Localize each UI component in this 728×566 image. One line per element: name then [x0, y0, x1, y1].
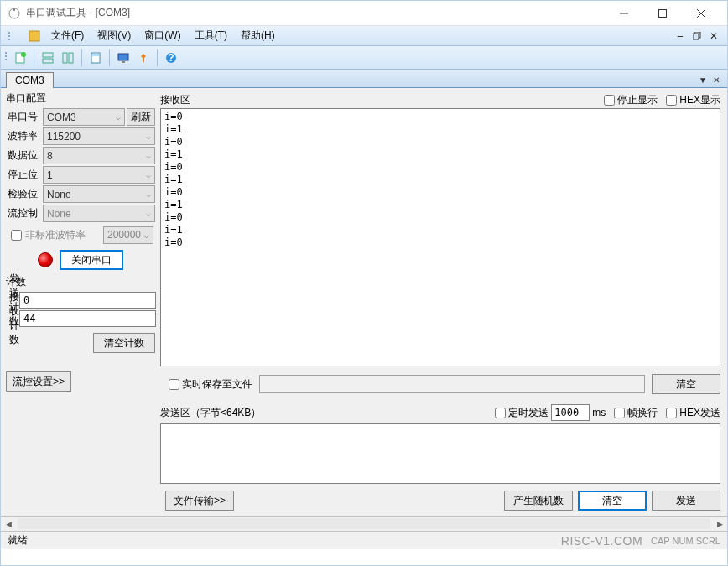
mdi-restore[interactable] [690, 30, 704, 42]
hex-send-checkbox[interactable] [666, 408, 677, 418]
svg-point-13 [5, 55, 7, 57]
svg-point-6 [8, 32, 10, 34]
horizontal-scrollbar[interactable]: ◀ ▶ [1, 516, 727, 531]
close-button[interactable] [682, 1, 720, 26]
svg-rect-24 [122, 61, 125, 63]
frame-wrap-label: 帧换行 [627, 406, 658, 420]
parity-select[interactable]: None⌵ [43, 185, 155, 203]
tab-dropdown-icon[interactable]: ▼ [697, 74, 709, 86]
svg-rect-9 [29, 31, 39, 41]
parity-value: None [47, 189, 71, 200]
baud-select[interactable]: 115200⌵ [43, 127, 155, 145]
svg-point-7 [8, 35, 10, 37]
gen-random-button[interactable]: 产生随机数 [504, 491, 573, 511]
frame-wrap-checkbox[interactable] [614, 408, 625, 418]
interval-input[interactable] [551, 404, 590, 421]
app-menu-icon[interactable] [28, 29, 41, 43]
timed-send-option[interactable]: 定时发送 [495, 406, 549, 420]
hex-display-checkbox[interactable] [666, 95, 677, 106]
clear-count-button[interactable]: 清空计数 [93, 333, 155, 353]
menu-view-label: 视图(V) [97, 29, 131, 41]
data-bits-value: 8 [47, 150, 53, 162]
serial-config-title: 串口配置 [6, 91, 155, 106]
toolbar-help-icon[interactable]: ? [162, 49, 180, 67]
toolbar-new-icon[interactable] [11, 49, 29, 67]
toolbar-calc-icon[interactable] [86, 49, 105, 67]
toolbar-grip-icon [4, 49, 9, 65]
menu-file[interactable]: 文件(F) [44, 27, 91, 44]
flow-select[interactable]: None⌵ [43, 205, 155, 222]
right-panel: 接收区 停止显示 HEX显示 i=0 i=1 i=0 i=1 i=0 i=1 i… [160, 88, 727, 516]
stop-display-option[interactable]: 停止显示 [604, 93, 658, 107]
nonstd-baud-value: 200000 [107, 229, 141, 241]
chevron-down-icon: ⌵ [146, 132, 151, 141]
mdi-close[interactable]: ✕ [707, 30, 720, 42]
realtime-save-option[interactable]: 实时保存至文件 [169, 377, 252, 392]
menu-tools[interactable]: 工具(T) [188, 27, 234, 44]
recv-textarea[interactable]: i=0 i=1 i=0 i=1 i=0 i=1 i=0 i=1 i=0 i=1 … [160, 108, 720, 366]
recv-title: 接收区 [160, 93, 595, 107]
stop-bits-value: 1 [47, 169, 53, 181]
menu-view[interactable]: 视图(V) [91, 27, 138, 44]
toolbar-tile-v-icon[interactable] [59, 49, 77, 67]
send-count-input[interactable] [19, 292, 156, 309]
scroll-left-icon[interactable]: ◀ [1, 517, 16, 531]
toolbar: ? [1, 46, 727, 70]
frame-wrap-option[interactable]: 帧换行 [614, 406, 658, 420]
toolbar-tile-h-icon[interactable] [39, 49, 57, 67]
stop-bits-select[interactable]: 1⌵ [43, 166, 155, 184]
toolbar-monitor-icon[interactable] [114, 49, 133, 67]
flow-settings-button[interactable]: 流控设置>> [6, 371, 71, 392]
port-select[interactable]: COM3⌵ [43, 108, 125, 126]
svg-rect-1 [13, 8, 15, 11]
tab-label: COM3 [15, 75, 44, 86]
nonstd-baud-select[interactable]: 200000⌵ [103, 226, 153, 244]
svg-point-14 [5, 59, 7, 60]
file-transfer-button[interactable]: 文件传输>> [165, 491, 234, 511]
ms-label: ms [592, 407, 606, 418]
send-buttons: 文件传输>> 产生随机数 清空 发送 [160, 489, 720, 512]
hex-display-option[interactable]: HEX显示 [666, 93, 720, 107]
nonstd-baud-checkbox[interactable] [11, 230, 22, 241]
left-panel: 串口配置 串口号 COM3⌵ 刷新 波特率 115200⌵ 数据位 8⌵ 停止位… [1, 88, 160, 516]
tab-close-icon[interactable]: ✕ [710, 74, 722, 86]
recv-count-input[interactable] [19, 310, 156, 327]
close-port-button[interactable]: 关闭串口 [60, 250, 123, 270]
refresh-button[interactable]: 刷新 [127, 108, 155, 126]
chevron-down-icon: ⌵ [146, 170, 151, 179]
port-status-led [38, 252, 53, 267]
save-path-input[interactable] [259, 375, 645, 393]
send-button[interactable]: 发送 [652, 491, 720, 511]
timed-send-label: 定时发送 [508, 406, 549, 420]
data-bits-label: 数据位 [6, 148, 43, 163]
workspace: 串口配置 串口号 COM3⌵ 刷新 波特率 115200⌵ 数据位 8⌵ 停止位… [1, 88, 727, 516]
hex-send-label: HEX发送 [679, 406, 720, 420]
hex-send-option[interactable]: HEX发送 [666, 406, 720, 420]
stop-display-label: 停止显示 [617, 93, 658, 107]
menu-help[interactable]: 帮助(H) [234, 27, 282, 44]
realtime-save-checkbox[interactable] [169, 379, 179, 390]
timed-send-checkbox[interactable] [495, 408, 506, 418]
flow-value: None [47, 208, 71, 220]
minimize-button[interactable] [605, 1, 643, 26]
scroll-track[interactable] [18, 518, 710, 529]
nonstd-baud-label: 非标准波特率 [25, 228, 86, 242]
stop-bits-label: 停止位 [6, 168, 43, 182]
maximize-button[interactable] [643, 1, 682, 26]
svg-rect-17 [43, 53, 53, 57]
parity-label: 检验位 [6, 187, 43, 201]
svg-rect-3 [659, 9, 667, 17]
chevron-down-icon: ⌵ [143, 229, 149, 241]
data-bits-select[interactable]: 8⌵ [43, 147, 155, 164]
menu-window[interactable]: 窗口(W) [138, 27, 187, 44]
clear-recv-button[interactable]: 清空 [652, 374, 720, 394]
svg-text:?: ? [168, 52, 174, 64]
mdi-minimize[interactable]: ‒ [673, 30, 687, 42]
toolbar-pin-icon[interactable] [134, 49, 153, 67]
scroll-right-icon[interactable]: ▶ [712, 517, 727, 531]
tab-com3[interactable]: COM3 [6, 72, 54, 88]
send-textarea[interactable] [160, 423, 720, 484]
stop-display-checkbox[interactable] [604, 95, 615, 106]
tabbar: COM3 ▼ ✕ [1, 70, 727, 88]
clear-send-button[interactable]: 清空 [578, 491, 647, 511]
